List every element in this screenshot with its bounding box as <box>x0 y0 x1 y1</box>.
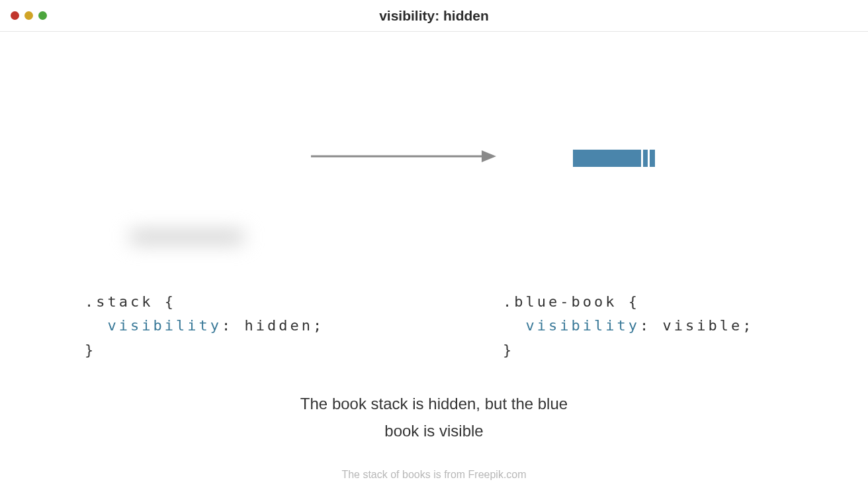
code-close: } <box>503 342 514 358</box>
code-block-stack: .stack { visibility: hidden; } <box>85 290 324 362</box>
code-close: } <box>85 342 96 358</box>
close-window-icon[interactable] <box>11 11 19 20</box>
code-property: visibility <box>526 317 640 334</box>
code-value: : hidden; <box>222 317 324 334</box>
caption-line-1: The book stack is hidden, but the blue <box>0 391 868 418</box>
caption-line-2: book is visible <box>0 418 868 445</box>
blue-book-illustration <box>573 150 655 167</box>
window-title: visibility: hidden <box>11 8 857 24</box>
credit-text: The stack of books is from Freepik.com <box>0 469 868 481</box>
hidden-stack-blur <box>129 230 245 244</box>
caption-text: The book stack is hidden, but the blue b… <box>0 391 868 445</box>
code-block-blue-book: .blue-book { visibility: visible; } <box>503 290 754 362</box>
arrow-icon <box>311 150 496 163</box>
titlebar: visibility: hidden <box>0 0 868 32</box>
minimize-window-icon[interactable] <box>24 11 33 20</box>
code-selector: .blue-book { <box>503 293 640 310</box>
svg-marker-1 <box>482 150 496 162</box>
content-area: .stack { visibility: hidden; } .blue-boo… <box>0 32 868 494</box>
code-value: : visible; <box>640 317 754 334</box>
code-property: visibility <box>108 317 222 334</box>
code-selector: .stack { <box>85 293 176 310</box>
traffic-lights <box>11 11 47 20</box>
maximize-window-icon[interactable] <box>38 11 47 20</box>
